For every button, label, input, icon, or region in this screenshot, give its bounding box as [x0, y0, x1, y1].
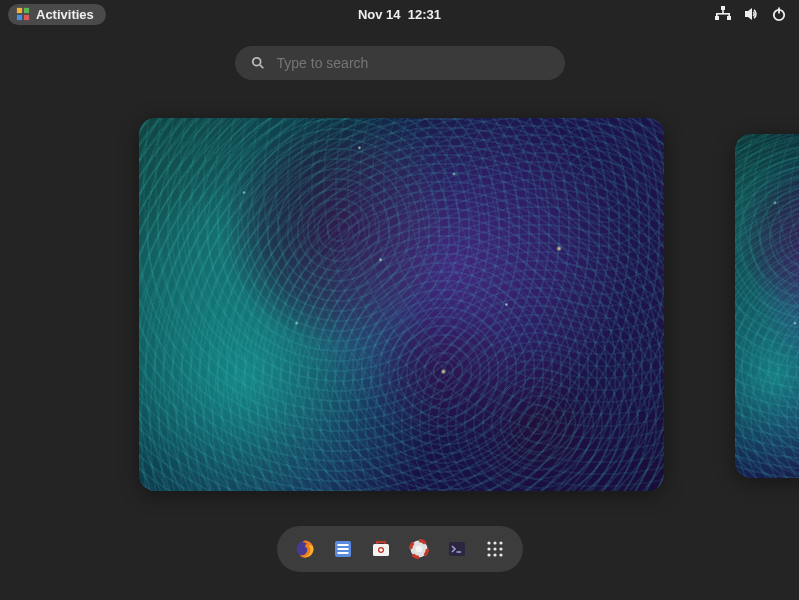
activities-label: Activities — [36, 7, 94, 22]
firefox-icon — [295, 539, 315, 559]
svg-rect-7 — [722, 10, 724, 13]
svg-point-33 — [493, 547, 496, 550]
dock-app-help[interactable] — [409, 539, 429, 559]
search-input[interactable] — [277, 55, 549, 71]
software-icon — [371, 539, 391, 559]
dock — [277, 526, 523, 572]
svg-rect-2 — [17, 15, 22, 20]
svg-rect-3 — [24, 15, 29, 20]
svg-point-26 — [415, 546, 421, 552]
svg-point-37 — [499, 553, 502, 556]
wired-network-icon — [715, 6, 731, 22]
svg-rect-8 — [716, 13, 730, 15]
svg-point-29 — [487, 541, 490, 544]
svg-rect-17 — [337, 544, 348, 546]
activities-icon — [16, 7, 30, 21]
dock-app-firefox[interactable] — [295, 539, 315, 559]
power-icon — [771, 6, 787, 22]
clock-date: Nov 14 — [358, 7, 401, 22]
workspace-1[interactable] — [139, 118, 664, 491]
status-area[interactable] — [715, 6, 787, 22]
svg-rect-12 — [778, 8, 780, 14]
svg-point-32 — [487, 547, 490, 550]
svg-point-30 — [493, 541, 496, 544]
svg-rect-5 — [715, 16, 719, 20]
dock-app-software[interactable] — [371, 539, 391, 559]
svg-rect-6 — [727, 16, 731, 20]
svg-rect-0 — [17, 8, 22, 13]
activities-button[interactable]: Activities — [8, 4, 106, 25]
wallpaper — [139, 118, 664, 491]
search-icon — [251, 56, 265, 70]
clock-time: 12:31 — [408, 7, 441, 22]
svg-point-35 — [487, 553, 490, 556]
clock[interactable]: Nov 14 12:31 — [358, 7, 441, 22]
svg-point-34 — [499, 547, 502, 550]
search-bar[interactable] — [235, 46, 565, 80]
files-icon — [333, 539, 353, 559]
svg-rect-1 — [24, 8, 29, 13]
help-icon — [409, 539, 429, 559]
dock-app-files[interactable] — [333, 539, 353, 559]
workspace-2[interactable] — [735, 134, 799, 478]
terminal-icon — [447, 539, 467, 559]
svg-line-14 — [259, 65, 262, 68]
apps-grid-icon — [485, 539, 505, 559]
svg-point-31 — [499, 541, 502, 544]
svg-rect-19 — [337, 552, 348, 554]
svg-rect-10 — [728, 14, 730, 17]
svg-rect-18 — [337, 548, 348, 550]
svg-rect-4 — [721, 6, 725, 10]
dock-app-terminal[interactable] — [447, 539, 467, 559]
svg-point-36 — [493, 553, 496, 556]
top-bar: Activities Nov 14 12:31 — [0, 0, 799, 28]
svg-rect-9 — [716, 14, 718, 17]
volume-icon — [743, 6, 759, 22]
dock-show-apps[interactable] — [485, 539, 505, 559]
svg-point-13 — [252, 58, 260, 66]
svg-rect-27 — [449, 542, 465, 556]
svg-rect-23 — [379, 549, 382, 551]
wallpaper — [735, 134, 799, 478]
